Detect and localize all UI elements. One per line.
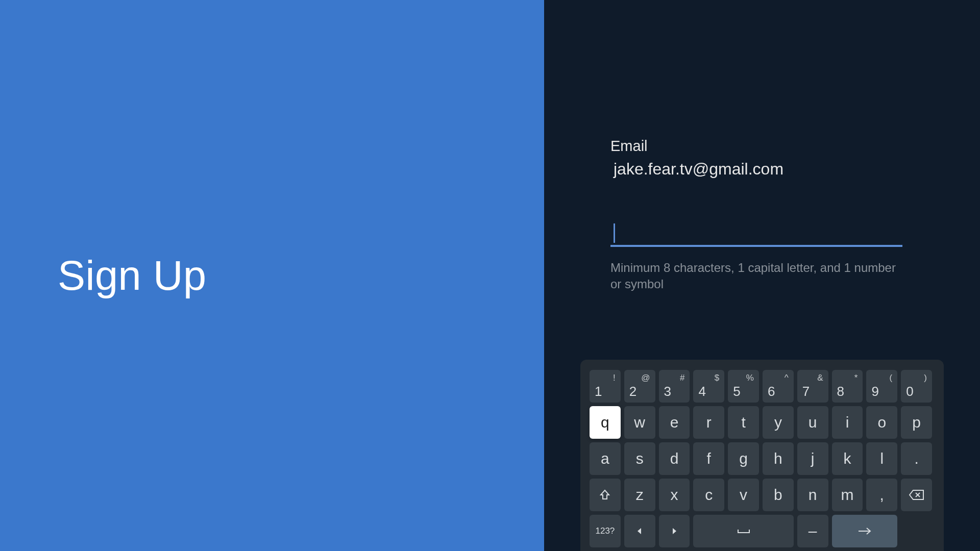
password-input-wrapper — [610, 222, 902, 247]
password-hint: Minimum 8 characters, 1 capital letter, … — [610, 260, 902, 293]
space-icon — [737, 528, 750, 534]
key-arrow-left[interactable] — [624, 515, 655, 547]
arrow-right-long-icon — [857, 527, 872, 535]
key-sup: $ — [715, 373, 719, 383]
key-0[interactable]: )0 — [901, 370, 932, 403]
key-sup: % — [746, 373, 754, 383]
key-p[interactable]: p — [901, 406, 932, 439]
text-cursor — [614, 223, 615, 243]
key-1[interactable]: !1 — [590, 370, 621, 403]
key-v[interactable]: v — [728, 479, 759, 511]
key-6[interactable]: ^6 — [763, 370, 794, 403]
keyboard-row-2: qwertyuiop — [590, 406, 935, 439]
key-i[interactable]: i — [832, 406, 863, 439]
key-main: 0 — [906, 384, 913, 399]
key-main: 7 — [802, 384, 810, 399]
key-sup: ( — [890, 373, 893, 383]
key-9[interactable]: (9 — [866, 370, 897, 403]
key-j[interactable]: j — [797, 442, 828, 475]
shift-icon — [599, 489, 611, 501]
key-mode-switch[interactable]: 123? — [590, 515, 621, 547]
key-l[interactable]: l — [866, 442, 897, 475]
key-s[interactable]: s — [624, 442, 655, 475]
key-sup: @ — [641, 373, 650, 383]
email-value[interactable]: jake.fear.tv@gmail.com — [610, 160, 914, 179]
onscreen-keyboard: !1@2#3$4%5^6&7*8(9)0 qwertyuiop asdfghjk… — [580, 360, 944, 551]
password-field[interactable] — [610, 222, 902, 247]
keyboard-row-5: 123?– — [590, 515, 935, 547]
key-main: 2 — [629, 384, 636, 399]
key-8[interactable]: *8 — [832, 370, 863, 403]
key-main: 8 — [837, 384, 844, 399]
key-n[interactable]: n — [797, 479, 828, 511]
key-u[interactable]: u — [797, 406, 828, 439]
key-w[interactable]: w — [624, 406, 655, 439]
key-d[interactable]: d — [659, 442, 690, 475]
key-k[interactable]: k — [832, 442, 863, 475]
keyboard-row-4: zxcvbnm, — [590, 479, 935, 511]
key-h[interactable]: h — [763, 442, 794, 475]
key-g[interactable]: g — [728, 442, 759, 475]
key-e[interactable]: e — [659, 406, 690, 439]
key-main: 5 — [733, 384, 740, 399]
keyboard-row-numbers: !1@2#3$4%5^6&7*8(9)0 — [590, 370, 935, 403]
key-space[interactable] — [693, 515, 793, 547]
key-7[interactable]: &7 — [797, 370, 828, 403]
key-sup: ) — [924, 373, 927, 383]
key-sup: ! — [613, 373, 616, 383]
email-label: Email — [610, 138, 914, 155]
right-panel: Email jake.fear.tv@gmail.com Minimum 8 c… — [544, 0, 980, 551]
key-dash[interactable]: – — [797, 515, 828, 547]
arrow-left-icon — [636, 528, 643, 535]
arrow-right-icon — [671, 528, 677, 535]
key-main: 6 — [768, 384, 775, 399]
key-3[interactable]: #3 — [659, 370, 690, 403]
key-sup: ^ — [785, 373, 789, 383]
key-4[interactable]: $4 — [693, 370, 724, 403]
key-arrow-right[interactable] — [659, 515, 690, 547]
key-x[interactable]: x — [659, 479, 690, 511]
key-sup: & — [817, 373, 823, 383]
key-t[interactable]: t — [728, 406, 759, 439]
key-y[interactable]: y — [763, 406, 794, 439]
key-o[interactable]: o — [866, 406, 897, 439]
key-shift[interactable] — [590, 479, 621, 511]
key-b[interactable]: b — [763, 479, 794, 511]
key-r[interactable]: r — [693, 406, 724, 439]
key-f[interactable]: f — [693, 442, 724, 475]
page-title: Sign Up — [58, 252, 207, 299]
keyboard-row-3: asdfghjkl. — [590, 442, 935, 475]
key-backspace[interactable] — [901, 479, 932, 511]
backspace-icon — [909, 489, 924, 500]
key-enter[interactable] — [832, 515, 898, 547]
key-sup: * — [854, 373, 858, 383]
signup-form: Email jake.fear.tv@gmail.com Minimum 8 c… — [544, 0, 980, 293]
key-5[interactable]: %5 — [728, 370, 759, 403]
key-period[interactable]: . — [901, 442, 932, 475]
key-c[interactable]: c — [693, 479, 724, 511]
key-main: 1 — [595, 384, 602, 399]
key-main: 4 — [698, 384, 705, 399]
key-m[interactable]: m — [832, 479, 863, 511]
key-z[interactable]: z — [624, 479, 655, 511]
left-panel: Sign Up — [0, 0, 544, 551]
key-main: 9 — [871, 384, 878, 399]
key-main: 3 — [664, 384, 671, 399]
key-q[interactable]: q — [590, 406, 621, 439]
key-comma[interactable]: , — [866, 479, 897, 511]
key-a[interactable]: a — [590, 442, 621, 475]
key-2[interactable]: @2 — [624, 370, 655, 403]
key-sup: # — [680, 373, 684, 383]
